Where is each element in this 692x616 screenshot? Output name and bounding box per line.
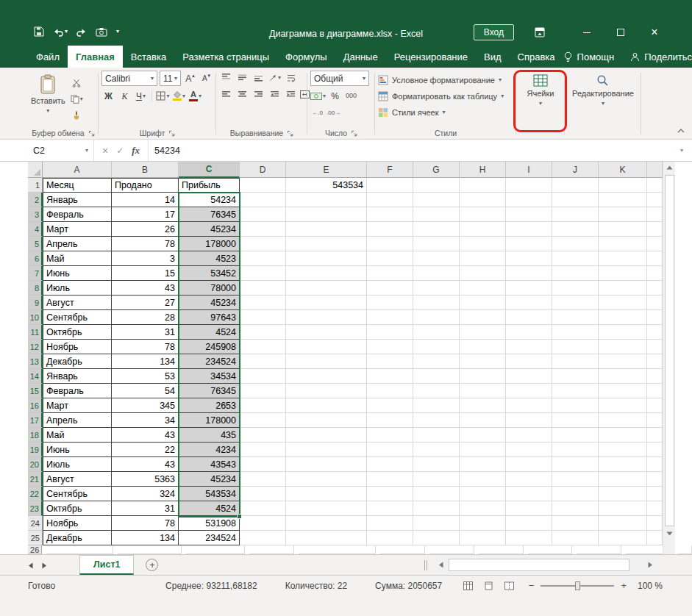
tab-view[interactable]: Вид [476, 46, 510, 68]
increase-decimal-button[interactable]: ←.0 [310, 106, 324, 120]
cell-A26[interactable] [46, 545, 113, 554]
cell-K4[interactable] [599, 222, 647, 237]
row-header-5[interactable]: 5 [28, 237, 43, 251]
cell-G5[interactable] [413, 237, 460, 251]
increase-font-size-button[interactable]: А▴ [183, 71, 197, 85]
column-header-I[interactable]: I [506, 162, 552, 178]
row-header-24[interactable]: 24 [28, 516, 43, 531]
cell-K19[interactable] [599, 443, 647, 457]
cell-G10[interactable] [413, 310, 460, 325]
cell-D19[interactable] [240, 443, 286, 457]
cell-F11[interactable] [367, 325, 413, 340]
cell-K5[interactable] [599, 237, 647, 251]
cell-I13[interactable] [506, 354, 552, 369]
cell-I12[interactable] [506, 340, 552, 354]
cell-B18[interactable]: 43 [112, 428, 179, 443]
cell-A1[interactable]: Месяц [43, 178, 112, 193]
cell-C14[interactable]: 34534 [179, 369, 240, 384]
tab-review[interactable]: Рецензирование [386, 46, 476, 68]
cells-button[interactable]: Ячейки ▾ [527, 71, 554, 139]
cell-H7[interactable] [460, 266, 506, 281]
cell-A22[interactable]: Сентябрь [43, 487, 112, 501]
cell-B26[interactable] [118, 545, 182, 554]
align-bottom-button[interactable] [252, 71, 265, 85]
cell-D16[interactable] [240, 398, 286, 413]
cell-H19[interactable] [460, 443, 506, 457]
cell-C6[interactable]: 4523 [179, 251, 240, 266]
cell-B24[interactable]: 78 [112, 516, 179, 531]
cell-H21[interactable] [460, 472, 506, 487]
cell-G9[interactable] [413, 296, 460, 310]
cell-I5[interactable] [506, 237, 552, 251]
row-header-7[interactable]: 7 [28, 266, 43, 281]
cell-F26[interactable] [380, 545, 425, 554]
cell-G23[interactable] [413, 501, 460, 516]
page-layout-view-button[interactable] [482, 579, 496, 592]
cell-A9[interactable]: Август [43, 296, 112, 310]
column-header-partial[interactable] [647, 162, 663, 178]
vertical-scroll-thumb[interactable] [665, 175, 674, 526]
cell-I10[interactable] [506, 310, 552, 325]
cell-F25[interactable] [367, 531, 413, 545]
cell-A12[interactable]: Ноябрь [43, 340, 112, 354]
cell-E24[interactable] [286, 516, 367, 531]
cell-I16[interactable] [506, 398, 552, 413]
cell-H15[interactable] [460, 384, 506, 398]
cell-J19[interactable] [552, 443, 599, 457]
cell-K20[interactable] [599, 457, 647, 472]
cell-H22[interactable] [460, 487, 506, 501]
cell-C12[interactable]: 245908 [179, 340, 240, 354]
column-header-D[interactable]: D [240, 162, 286, 178]
cell-F12[interactable] [367, 340, 413, 354]
column-header-H[interactable]: H [460, 162, 506, 178]
zoom-in-button[interactable]: + [621, 580, 627, 591]
cell-B15[interactable]: 54 [112, 384, 179, 398]
bold-button[interactable]: Ж [101, 89, 115, 103]
cell-B16[interactable]: 345 [112, 398, 179, 413]
cell-G8[interactable] [413, 281, 460, 296]
tab-page-layout[interactable]: Разметка страницы [174, 46, 277, 68]
cell-A4[interactable]: Март [43, 222, 112, 237]
zoom-level[interactable]: 100 % [633, 581, 663, 591]
scroll-right-button[interactable] [644, 555, 657, 575]
decrease-decimal-button[interactable]: .00→ [327, 106, 340, 120]
cell-A24[interactable]: Ноябрь [43, 516, 112, 531]
cell-K14[interactable] [599, 369, 647, 384]
row-header-3[interactable]: 3 [28, 207, 43, 222]
cell-B21[interactable]: 5363 [112, 472, 179, 487]
cell-A8[interactable]: Июль [43, 281, 112, 296]
cell-C17[interactable]: 178000 [179, 413, 240, 428]
conditional-formatting-button[interactable]: Условное форматирование ▾ [378, 73, 513, 87]
cell-G19[interactable] [413, 443, 460, 457]
cell-J15[interactable] [552, 384, 599, 398]
cell-D21[interactable] [240, 472, 286, 487]
share-button[interactable]: Поделиться [630, 51, 692, 62]
formula-input[interactable]: 54234 [149, 140, 671, 161]
cell-J1[interactable] [552, 178, 599, 193]
row-header-15[interactable]: 15 [28, 384, 43, 398]
cell-C3[interactable]: 76345 [179, 207, 240, 222]
cell-I2[interactable] [506, 193, 552, 207]
cell-G3[interactable] [413, 207, 460, 222]
cell-E18[interactable] [286, 428, 367, 443]
cell-J17[interactable] [552, 413, 599, 428]
cell-G21[interactable] [413, 472, 460, 487]
fill-color-button[interactable]: ▾ [172, 89, 186, 103]
cell-A21[interactable]: Август [43, 472, 112, 487]
cell-B11[interactable]: 31 [112, 325, 179, 340]
cell-D23[interactable] [240, 501, 286, 516]
cell-G18[interactable] [413, 428, 460, 443]
row-header-21[interactable]: 21 [28, 472, 43, 487]
collapse-ribbon-button[interactable] [677, 123, 685, 136]
dialog-launcher-icon[interactable] [88, 130, 95, 137]
page-break-view-button[interactable] [502, 579, 517, 592]
cell-D24[interactable] [240, 516, 286, 531]
cell-J7[interactable] [552, 266, 599, 281]
cell-A15[interactable]: Февраль [43, 384, 112, 398]
cell-D13[interactable] [240, 354, 286, 369]
cell-H26[interactable] [479, 545, 524, 554]
cell-A3[interactable]: Февраль [43, 207, 112, 222]
cell-H10[interactable] [460, 310, 506, 325]
cell-I22[interactable] [506, 487, 552, 501]
cell-G20[interactable] [413, 457, 460, 472]
